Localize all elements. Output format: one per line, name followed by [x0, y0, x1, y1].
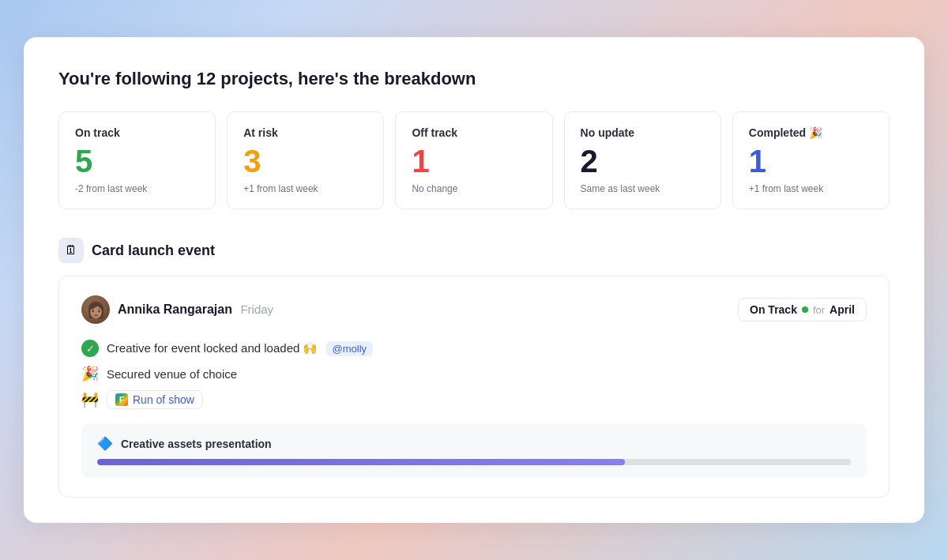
update-items: ✓ Creative for event locked and loaded 🙌… — [81, 340, 867, 409]
stat-on-track-number: 5 — [75, 144, 199, 179]
section-header: 🗓 Card launch event — [58, 238, 890, 263]
construction-icon: 🚧 — [81, 391, 99, 408]
main-card: You're following 12 projects, here's the… — [24, 37, 924, 523]
author-day: Friday — [240, 303, 273, 316]
status-text: On Track — [750, 303, 797, 316]
stat-completed-change: +1 from last week — [749, 183, 873, 194]
google-drive-icon: 🔷 — [97, 436, 113, 451]
stat-no-update-label: No update — [581, 126, 705, 139]
update-item-1: ✓ Creative for event locked and loaded 🙌… — [81, 340, 867, 357]
stat-off-track: Off track 1 No change — [395, 111, 552, 209]
stat-on-track-change: -2 from last week — [75, 183, 199, 194]
progress-bar-fill — [97, 459, 625, 465]
author-name: Annika Rangarajan — [118, 303, 232, 316]
asset-title: Creative assets presentation — [121, 438, 272, 450]
project-author: 👩🏽 Annika Rangarajan Friday — [81, 295, 273, 324]
stat-no-update: No update 2 Same as last week — [564, 111, 721, 209]
update-text-1: Creative for event locked and loaded 🙌 — [107, 341, 318, 355]
stat-no-update-number: 2 — [581, 144, 705, 179]
stat-completed-label: Completed 🎉 — [749, 126, 873, 139]
status-month: April — [830, 303, 855, 316]
status-badge: On Track for April — [738, 298, 867, 321]
asset-card: 🔷 Creative assets presentation — [81, 423, 867, 478]
stat-at-risk-number: 3 — [243, 144, 367, 179]
project-header: 👩🏽 Annika Rangarajan Friday On Track for… — [81, 295, 867, 324]
stat-at-risk-label: At risk — [243, 126, 367, 139]
update-text-2: Secured venue of choice — [107, 367, 237, 381]
stat-completed: Completed 🎉 1 +1 from last week — [732, 111, 890, 209]
stat-off-track-number: 1 — [412, 144, 536, 179]
stat-on-track: On track 5 -2 from last week — [58, 111, 216, 209]
framer-icon: F — [115, 393, 128, 406]
stat-on-track-label: On track — [75, 126, 199, 139]
check-icon: ✓ — [81, 340, 99, 357]
stat-off-track-change: No change — [412, 183, 536, 194]
project-card: 👩🏽 Annika Rangarajan Friday On Track for… — [58, 276, 890, 498]
asset-header: 🔷 Creative assets presentation — [97, 436, 851, 451]
party-icon: 🎉 — [81, 365, 99, 382]
mention-tag[interactable]: @molly — [326, 341, 374, 356]
run-of-show-label: Run of show — [133, 393, 194, 406]
update-item-2: 🎉 Secured venue of choice — [81, 365, 867, 382]
status-dot — [802, 306, 808, 313]
avatar: 👩🏽 — [81, 295, 110, 324]
stat-off-track-label: Off track — [412, 126, 536, 139]
update-item-3: 🚧 F Run of show — [81, 390, 867, 409]
page-title: You're following 12 projects, here's the… — [58, 69, 890, 89]
section-title: Card launch event — [92, 242, 215, 259]
stat-at-risk-change: +1 from last week — [243, 183, 367, 194]
stat-no-update-change: Same as last week — [581, 183, 705, 194]
status-for: for — [813, 304, 825, 316]
stat-at-risk: At risk 3 +1 from last week — [227, 111, 384, 209]
stat-completed-number: 1 — [749, 144, 873, 179]
progress-bar-bg — [97, 459, 851, 465]
run-of-show-link[interactable]: F Run of show — [107, 390, 203, 409]
section-icon: 🗓 — [58, 238, 84, 263]
stats-row: On track 5 -2 from last week At risk 3 +… — [58, 111, 890, 209]
